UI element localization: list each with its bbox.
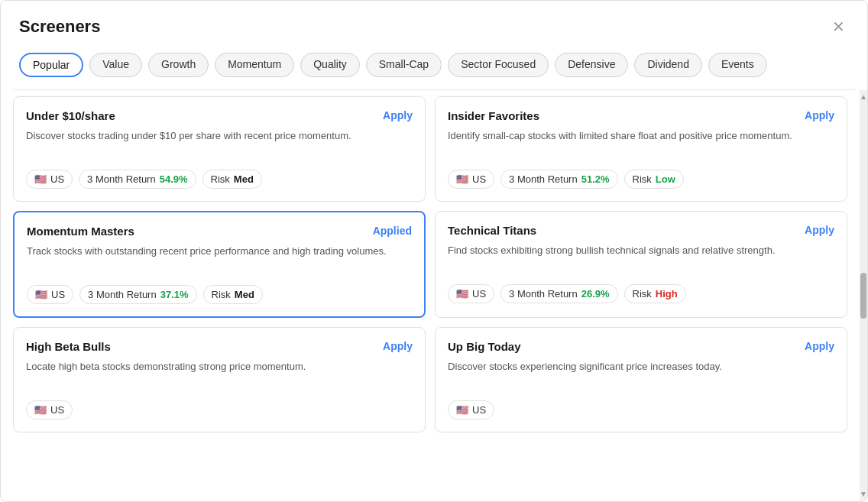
region-label: US [51,289,65,300]
card-stats: 🇺🇸US3 Month Return 54.9%Risk Med [26,170,413,189]
card-stats: 🇺🇸US [448,400,834,419]
region-label: US [50,173,64,185]
scrollbar-thumb[interactable] [860,273,866,319]
risk-badge: Risk Med [202,170,262,189]
region-label: US [472,288,486,300]
region-badge: 🇺🇸US [448,284,494,303]
risk-badge: Risk Low [624,170,684,189]
region-label: US [472,404,486,416]
return-label: 3 Month Return [87,173,156,185]
risk-label: Risk [633,173,652,185]
region-label: US [50,404,64,416]
risk-value: Med [234,173,254,185]
region-badge: 🇺🇸US [26,400,73,419]
risk-badge: Risk High [624,284,686,303]
card-header: Momentum MastersApplied [27,225,412,238]
card-description: Locate high beta stocks demonstrating st… [26,359,413,390]
content-area: Under $10/shareApplyDiscover stocks trad… [1,90,867,501]
card-header: Technical TitansApply [448,224,834,237]
filter-chip-momentum[interactable]: Momentum [215,53,294,77]
modal-header: Screeners ✕ [1,1,867,50]
card-title: Insider Favorites [448,109,539,122]
return-value: 51.2% [581,173,610,185]
filter-chip-defensive[interactable]: Defensive [555,53,628,77]
filter-chip-growth[interactable]: Growth [148,53,209,77]
cards-grid: Under $10/shareApplyDiscover stocks trad… [13,96,853,432]
return-badge: 3 Month Return 51.2% [500,170,617,189]
card-description: Track stocks with outstanding recent pri… [27,244,412,274]
return-badge: 3 Month Return 37.1% [79,285,196,304]
card-title: High Beta Bulls [26,340,111,353]
return-value: 37.1% [160,289,189,300]
filter-chip-popular[interactable]: Popular [19,53,83,77]
card-description: Discover stocks experiencing significant… [448,359,834,390]
card-title: Up Big Today [448,340,521,353]
risk-label: Risk [633,288,652,300]
scroll-up-arrow[interactable]: ▲ [860,93,867,101]
filter-chip-value[interactable]: Value [89,53,142,77]
region-label: US [472,173,486,185]
risk-value: High [656,288,678,300]
scroll-down-arrow[interactable]: ▼ [860,491,867,498]
applied-button[interactable]: Applied [373,225,412,237]
card-header: Under $10/shareApply [26,109,413,122]
card-title: Under $10/share [26,109,115,122]
scrollbar-arrows: ▲ ▼ [860,93,867,498]
risk-label: Risk [211,173,230,185]
card-header: Insider FavoritesApply [448,109,834,122]
return-value: 26.9% [581,288,610,300]
apply-button[interactable]: Apply [805,109,834,121]
region-badge: 🇺🇸US [448,170,494,189]
return-label: 3 Month Return [88,289,157,300]
cards-container: Under $10/shareApplyDiscover stocks trad… [1,90,860,501]
filter-chip-sector-focused[interactable]: Sector Focused [448,53,549,77]
flag-icon: 🇺🇸 [456,404,468,416]
card-header: High Beta BullsApply [26,340,413,353]
flag-icon: 🇺🇸 [34,404,47,416]
risk-value: Low [656,173,675,185]
risk-value: Med [235,289,254,300]
card-stats: 🇺🇸US [26,400,413,419]
return-badge: 3 Month Return 54.9% [79,170,196,189]
apply-button[interactable]: Apply [805,224,834,236]
apply-button[interactable]: Apply [805,340,834,352]
flag-icon: 🇺🇸 [456,288,468,300]
flag-icon: 🇺🇸 [34,173,47,185]
return-value: 54.9% [160,173,188,185]
return-badge: 3 Month Return 26.9% [500,284,617,303]
screener-card-upbig[interactable]: Up Big TodayApplyDiscover stocks experie… [435,327,847,432]
apply-button[interactable]: Apply [383,109,413,121]
screener-card-momentum[interactable]: Momentum MastersAppliedTrack stocks with… [13,211,426,318]
region-badge: 🇺🇸US [26,170,73,189]
region-badge: 🇺🇸US [448,400,494,419]
flag-icon: 🇺🇸 [456,173,468,185]
filter-chip-events[interactable]: Events [708,53,767,77]
screeners-modal: Screeners ✕ PopularValueGrowthMomentumQu… [0,0,868,502]
region-badge: 🇺🇸US [27,285,73,304]
card-stats: 🇺🇸US3 Month Return 51.2%Risk Low [448,170,834,189]
card-description: Find stocks exhibiting strong bullish te… [448,243,834,274]
card-title: Momentum Masters [27,225,134,238]
card-stats: 🇺🇸US3 Month Return 37.1%Risk Med [27,285,412,304]
return-label: 3 Month Return [509,173,578,185]
filter-chip-small-cap[interactable]: Small-Cap [366,53,442,77]
card-header: Up Big TodayApply [448,340,834,353]
card-stats: 🇺🇸US3 Month Return 26.9%Risk High [448,284,834,303]
return-label: 3 Month Return [509,288,578,300]
screener-card-highbeta[interactable]: High Beta BullsApplyLocate high beta sto… [13,327,426,432]
risk-label: Risk [212,289,231,300]
screener-card-under10[interactable]: Under $10/shareApplyDiscover stocks trad… [13,96,426,202]
card-description: Discover stocks trading under $10 per sh… [26,128,413,159]
close-button[interactable]: ✕ [828,16,849,37]
screener-card-insider[interactable]: Insider FavoritesApplyIdentify small-cap… [435,96,847,202]
modal-title: Screeners [19,17,100,37]
apply-button[interactable]: Apply [383,340,413,352]
scrollbar[interactable]: ▲ ▼ [860,90,867,501]
filter-chips-container: PopularValueGrowthMomentumQualitySmall-C… [1,50,867,89]
flag-icon: 🇺🇸 [35,289,47,300]
card-description: Identify small-cap stocks with limited s… [448,128,834,159]
risk-badge: Risk Med [203,285,263,304]
filter-chip-dividend[interactable]: Dividend [634,53,701,77]
filter-chip-quality[interactable]: Quality [300,53,360,77]
screener-card-technical[interactable]: Technical TitansApplyFind stocks exhibit… [435,211,847,318]
